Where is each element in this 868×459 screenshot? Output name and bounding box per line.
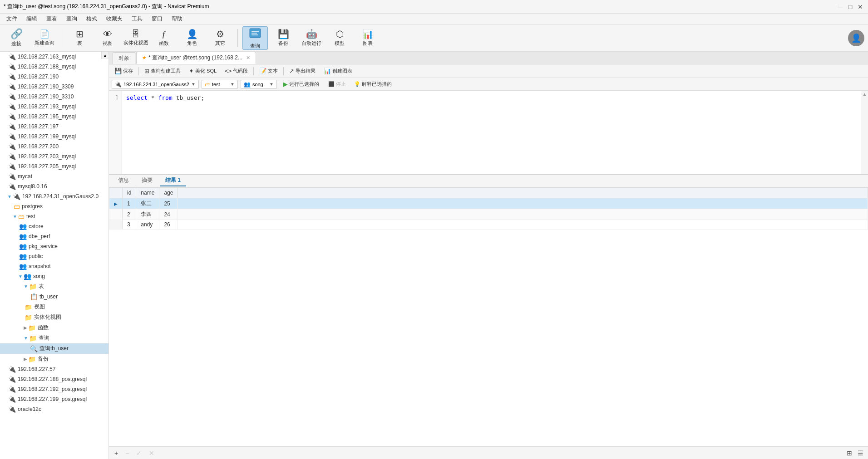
sidebar-item-3309[interactable]: 🔌 192.168.227.190_3309 (0, 82, 108, 92)
user-avatar[interactable]: 👤 (848, 30, 864, 46)
tick-button[interactable]: ✓ (133, 449, 144, 458)
grid-view-icon[interactable]: ⊞ (845, 449, 854, 458)
cell-name-3[interactable]: andy (136, 220, 159, 230)
export-button[interactable]: ↗ 导出结果 (286, 67, 318, 75)
sidebar-item-views-folder[interactable]: 📁 视图 (0, 302, 108, 312)
query-builder-button[interactable]: ⊞ 查询创建工具 (142, 67, 183, 75)
cell-id-2[interactable]: 2 (123, 209, 136, 220)
toolbar-function[interactable]: ƒ 函数 (151, 26, 177, 50)
toolbar-auto-run[interactable]: 🤖 自动运行 (299, 26, 324, 50)
menu-format[interactable]: 格式 (82, 14, 102, 24)
sidebar-item-oracle[interactable]: 🔌 oracle12c (0, 404, 108, 414)
sidebar-item-cstore[interactable]: 👥 cstore (0, 221, 108, 231)
save-button[interactable]: 💾 保存 (112, 67, 136, 75)
minimize-button[interactable]: ─ (836, 3, 844, 11)
sidebar-item-205[interactable]: 🔌 192.168.227.205_mysql (0, 161, 108, 171)
close-button[interactable]: ✕ (856, 3, 864, 11)
tab-object[interactable]: 对象 (113, 52, 135, 64)
schema-dropdown[interactable]: 👥 song ▼ (241, 80, 277, 89)
sidebar-item-192-pg[interactable]: 🔌 192.168.227.192_postgresql (0, 384, 108, 394)
result-table-wrap[interactable]: id name age ▶ 1 张三 25 (109, 187, 868, 446)
sidebar-item-197[interactable]: 🔌 192.168.227.197 (0, 122, 108, 132)
sidebar-item-pkg-service[interactable]: 👥 pkg_service (0, 241, 108, 251)
sidebar-item-190[interactable]: 🔌 192.168.227.190 (0, 72, 108, 82)
explain-button[interactable]: 💡 解释已选择的 (351, 80, 395, 88)
sidebar-item-199-mysql[interactable]: 🔌 192.168.227.199_mysql (0, 132, 108, 142)
toolbar-connect[interactable]: 🔗 连接 (4, 26, 29, 50)
table-row[interactable]: ▶ 1 张三 25 (109, 198, 868, 209)
menu-favorites[interactable]: 收藏夹 (102, 14, 127, 24)
sql-code-area[interactable]: select * from tb_user; (122, 91, 861, 174)
sidebar-item-193[interactable]: 🔌 192.168.227.193_mysql (0, 102, 108, 112)
sidebar-item-199-pg[interactable]: 🔌 192.168.227.199_postgresql (0, 394, 108, 404)
tab-summary[interactable]: 摘要 (136, 175, 158, 186)
sql-editor[interactable]: 1 select * from tb_user; ▲ (109, 91, 868, 175)
connection-dropdown[interactable]: 🔌 192.168.224.31_openGauss2 ▼ (112, 80, 199, 89)
sidebar-item-163[interactable]: 🔌 192.168.227.163_mysql (0, 52, 108, 62)
sidebar-item-backup-folder[interactable]: ▶ 📁 备份 (0, 354, 108, 364)
cell-name-2[interactable]: 李四 (136, 209, 159, 220)
toolbar-chart[interactable]: 📊 图表 (355, 26, 380, 50)
sidebar-item-queries-folder[interactable]: ▼ 📁 查询 (0, 333, 108, 343)
th-id[interactable]: id (123, 188, 136, 198)
cell-name-1[interactable]: 张三 (136, 198, 159, 209)
menu-tools[interactable]: 工具 (127, 14, 147, 24)
sidebar-item-query-tb-user[interactable]: 🔍 查询tb_user (0, 343, 108, 354)
run-selected-button[interactable]: ▶ 运行已选择的 (280, 80, 323, 88)
sidebar-item-postgres[interactable]: 🗃 postgres (0, 201, 108, 211)
sidebar-item-203[interactable]: 🔌 192.168.227.203_mysql (0, 151, 108, 161)
cell-age-1[interactable]: 25 (159, 198, 178, 209)
toolbar-backup[interactable]: 💾 备份 (271, 26, 296, 50)
sidebar-up-arrow[interactable]: ▲ (101, 52, 108, 59)
menu-view[interactable]: 查看 (42, 14, 62, 24)
text-button[interactable]: 📝 文本 (256, 67, 281, 75)
sidebar-item-public[interactable]: 👥 public (0, 251, 108, 261)
sidebar-item-opengauss[interactable]: ▼ 🔌 192.168.224.31_openGauss2.0 (0, 191, 108, 201)
sidebar-item-test[interactable]: ▼ 🗃 test (0, 211, 108, 221)
tab-close-button[interactable]: ✕ (246, 55, 250, 61)
cell-age-3[interactable]: 26 (159, 220, 178, 230)
sidebar-item-200[interactable]: 🔌 192.168.227.200 (0, 142, 108, 151)
menu-edit[interactable]: 编辑 (22, 14, 42, 24)
th-age[interactable]: age (159, 188, 178, 198)
menu-query[interactable]: 查询 (62, 14, 82, 24)
menu-window[interactable]: 窗口 (147, 14, 167, 24)
delete-row-button[interactable]: − (123, 449, 132, 458)
sidebar-item-188-mysql[interactable]: 🔌 192.168.227.188_mysql (0, 62, 108, 72)
cell-id-3[interactable]: 3 (123, 220, 136, 230)
cell-age-2[interactable]: 24 (159, 209, 178, 220)
sidebar-item-tb-user[interactable]: 📋 tb_user (0, 292, 108, 302)
table-row[interactable]: 3 andy 26 (109, 220, 868, 230)
sidebar-item-188-pg[interactable]: 🔌 192.168.227.188_postgresql (0, 374, 108, 384)
toolbar-query[interactable]: 查询 (242, 26, 268, 50)
sidebar-item-57[interactable]: 🔌 192.168.227.57 (0, 364, 108, 374)
toolbar-new-query[interactable]: 📄 新建查询 (32, 26, 57, 50)
toolbar-model[interactable]: ⬡ 模型 (327, 26, 352, 50)
toolbar-other[interactable]: ⚙ 其它 (207, 26, 233, 50)
sidebar-item-195[interactable]: 🔌 192.168.227.195_mysql (0, 112, 108, 122)
code-snippet-button[interactable]: <> 代码段 (222, 67, 251, 75)
beautify-button[interactable]: ✦ 美化 SQL (186, 67, 219, 75)
tab-result1[interactable]: 结果 1 (160, 175, 186, 186)
sidebar-item-3310[interactable]: 🔌 192.168.227.190_3310 (0, 92, 108, 102)
sidebar-item-mat-views-folder[interactable]: 📁 实体化视图 (0, 312, 108, 322)
menu-file[interactable]: 文件 (2, 14, 22, 24)
sidebar-item-song[interactable]: ▼ 👥 song (0, 271, 108, 281)
toolbar-view[interactable]: 👁 视图 (95, 26, 120, 50)
tab-info[interactable]: 信息 (113, 175, 134, 186)
sidebar-item-mycat[interactable]: 🔌 mycat (0, 171, 108, 181)
tab-query-active[interactable]: ★ * 查询tb_user @test.song (192.168.2... ✕ (136, 52, 256, 64)
discard-button[interactable]: ✕ (146, 449, 157, 458)
th-name[interactable]: name (136, 188, 159, 198)
create-chart-button[interactable]: 📊 创建图表 (321, 67, 355, 75)
sql-scrollbar[interactable]: ▲ (861, 91, 868, 174)
sidebar-item-mysql8[interactable]: 🔌 mysql8.0.16 (0, 181, 108, 191)
sidebar-item-tables-folder[interactable]: ▼ 📁 表 (0, 281, 108, 292)
menu-help[interactable]: 帮助 (167, 14, 187, 24)
table-row[interactable]: 2 李四 24 (109, 209, 868, 220)
toolbar-role[interactable]: 👤 角色 (179, 26, 205, 50)
cell-id-1[interactable]: 1 (123, 198, 136, 209)
toolbar-mat-view[interactable]: 🗄 实体化视图 (123, 26, 148, 50)
add-row-button[interactable]: + (112, 449, 121, 458)
sidebar-item-dbe-perf[interactable]: 👥 dbe_perf (0, 231, 108, 241)
